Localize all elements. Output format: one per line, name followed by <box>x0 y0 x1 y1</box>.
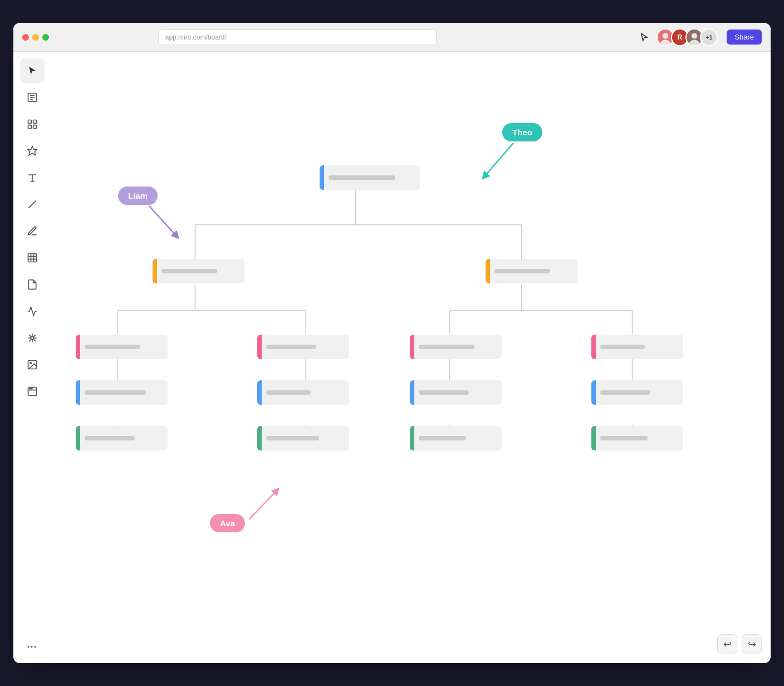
l2-rl-node-1[interactable] <box>410 335 502 359</box>
sidebar-item-text[interactable] <box>20 165 45 190</box>
svg-point-36 <box>30 388 31 389</box>
svg-rect-12 <box>28 120 31 124</box>
l2-ll-node-3[interactable] <box>76 426 168 450</box>
svg-rect-14 <box>28 125 31 129</box>
l2-lr-node-3[interactable] <box>257 426 349 450</box>
browser-window: app.miro.com/board/ <box>13 23 771 663</box>
liam-cursor-container: Liam <box>118 187 158 205</box>
liam-cursor-name: Liam <box>128 191 148 200</box>
cursor-mode-button[interactable] <box>636 30 652 45</box>
sidebar-item-notes[interactable] <box>20 85 45 110</box>
browser-dots <box>22 34 49 41</box>
svg-text:R: R <box>678 33 683 41</box>
undo-button[interactable]: ↩ <box>717 634 737 654</box>
svg-point-1 <box>663 33 669 39</box>
sidebar-item-line[interactable] <box>20 192 45 217</box>
ava-cursor-label: Ava <box>210 514 245 532</box>
sidebar-item-shapes[interactable] <box>20 112 45 136</box>
l2-rl-node-3[interactable] <box>410 426 502 450</box>
svg-line-30 <box>33 335 36 337</box>
sidebar-item-table[interactable] <box>20 246 45 270</box>
sidebar-item-chart[interactable] <box>20 299 45 324</box>
theo-cursor-name: Theo <box>512 128 532 137</box>
sidebar-item-pen[interactable] <box>20 219 45 243</box>
theo-cursor-label: Theo <box>502 123 542 141</box>
redo-button[interactable]: ↪ <box>742 634 762 654</box>
svg-line-28 <box>29 335 31 337</box>
sidebar-item-sticky[interactable] <box>20 272 45 297</box>
l1-right-node[interactable] <box>486 259 577 283</box>
ava-cursor-container: Ava <box>210 497 245 516</box>
collaborator-avatars: R +1 <box>656 28 718 46</box>
share-button[interactable]: Share <box>727 30 762 45</box>
svg-rect-18 <box>28 254 36 262</box>
l2-ll-node-2[interactable] <box>76 380 168 405</box>
svg-rect-15 <box>33 125 36 129</box>
svg-line-31 <box>29 339 31 341</box>
svg-rect-13 <box>33 120 36 124</box>
svg-line-17 <box>28 200 36 208</box>
sidebar: ... <box>13 52 51 663</box>
l2-lr-node-2[interactable] <box>257 380 349 405</box>
liam-cursor-label: Liam <box>118 187 158 205</box>
l2-rr-node-2[interactable] <box>591 380 683 405</box>
svg-point-33 <box>30 362 31 364</box>
l2-ll-node-1[interactable] <box>76 335 168 359</box>
maximize-dot[interactable] <box>42 34 49 41</box>
app-layout: ... <box>13 52 771 663</box>
address-text: app.miro.com/board/ <box>165 33 227 41</box>
root-node[interactable] <box>320 165 420 190</box>
sidebar-item-image[interactable] <box>20 352 45 377</box>
sidebar-item-cursor[interactable] <box>20 58 45 83</box>
liam-cursor-arrow <box>149 205 193 250</box>
svg-line-67 <box>249 491 277 520</box>
avatar-count[interactable]: +1 <box>700 28 718 46</box>
bottom-bar: ↩ ↪ <box>717 634 762 654</box>
svg-line-65 <box>149 205 177 236</box>
close-dot[interactable] <box>22 34 29 41</box>
l2-rr-node-3[interactable] <box>591 426 683 450</box>
svg-line-29 <box>33 339 36 341</box>
browser-actions: R +1 Share <box>636 28 762 46</box>
l2-rr-node-1[interactable] <box>591 335 683 359</box>
svg-marker-16 <box>27 146 37 155</box>
sidebar-more-button[interactable]: ... <box>20 632 45 656</box>
l2-lr-node-1[interactable] <box>257 335 349 359</box>
sidebar-item-templates[interactable] <box>20 139 45 163</box>
theo-cursor-arrow <box>480 143 525 188</box>
svg-point-37 <box>31 388 32 389</box>
sidebar-item-embed[interactable] <box>20 379 45 404</box>
l1-left-node[interactable] <box>153 259 244 283</box>
ava-cursor-arrow <box>249 486 293 525</box>
sidebar-item-mindmap[interactable] <box>20 326 45 350</box>
browser-chrome: app.miro.com/board/ <box>13 23 771 52</box>
ava-cursor-name: Ava <box>220 518 235 528</box>
svg-line-63 <box>484 143 513 177</box>
l2-rl-node-2[interactable] <box>410 380 502 405</box>
svg-point-23 <box>31 337 33 340</box>
theo-cursor-container: Theo <box>458 123 498 141</box>
address-bar[interactable]: app.miro.com/board/ <box>158 30 437 45</box>
canvas[interactable]: Theo Liam <box>51 52 771 663</box>
svg-point-6 <box>692 33 698 39</box>
minimize-dot[interactable] <box>32 34 39 41</box>
